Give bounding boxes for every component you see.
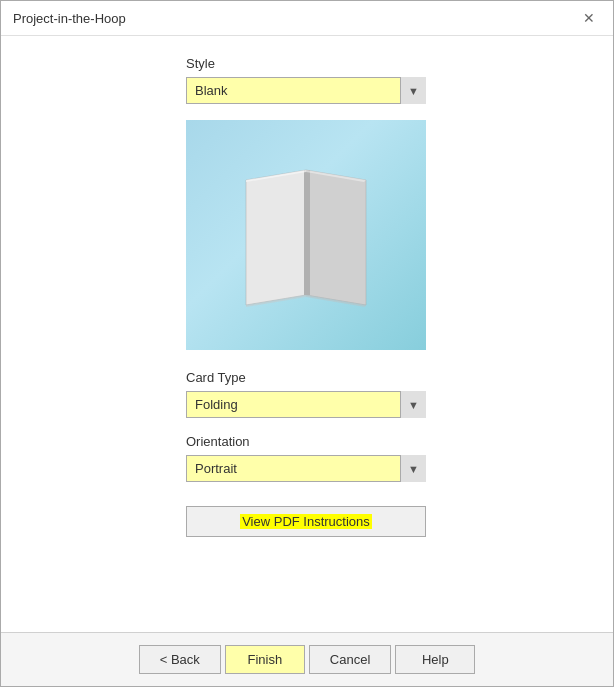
close-button[interactable]: ✕ [577,9,601,27]
help-button[interactable]: Help [395,645,475,674]
title-bar: Project-in-the-Hoop ✕ [1,1,613,36]
orientation-label: Orientation [186,434,250,449]
view-pdf-button[interactable]: View PDF Instructions [186,506,426,537]
card-type-select[interactable]: Folding Flat [186,391,426,418]
cancel-button[interactable]: Cancel [309,645,391,674]
svg-marker-1 [246,170,306,305]
style-select-wrapper: Blank With Design ▼ [186,77,426,104]
card-svg [236,150,376,320]
card-type-select-wrapper: Folding Flat ▼ [186,391,426,418]
orientation-select[interactable]: Portrait Landscape [186,455,426,482]
style-label: Style [186,56,215,71]
view-pdf-label: View PDF Instructions [240,514,372,529]
card-preview [186,120,426,350]
finish-button[interactable]: Finish [225,645,305,674]
dialog-title: Project-in-the-Hoop [13,11,126,26]
orientation-select-wrapper: Portrait Landscape ▼ [186,455,426,482]
bottom-bar: < Back Finish Cancel Help [1,632,613,686]
style-select[interactable]: Blank With Design [186,77,426,104]
card-type-label: Card Type [186,370,246,385]
main-content: Style Blank With Design ▼ [1,36,613,632]
svg-marker-2 [304,170,310,295]
back-button[interactable]: < Back [139,645,221,674]
svg-marker-0 [306,170,366,305]
dialog: Project-in-the-Hoop ✕ Style Blank With D… [0,0,614,687]
